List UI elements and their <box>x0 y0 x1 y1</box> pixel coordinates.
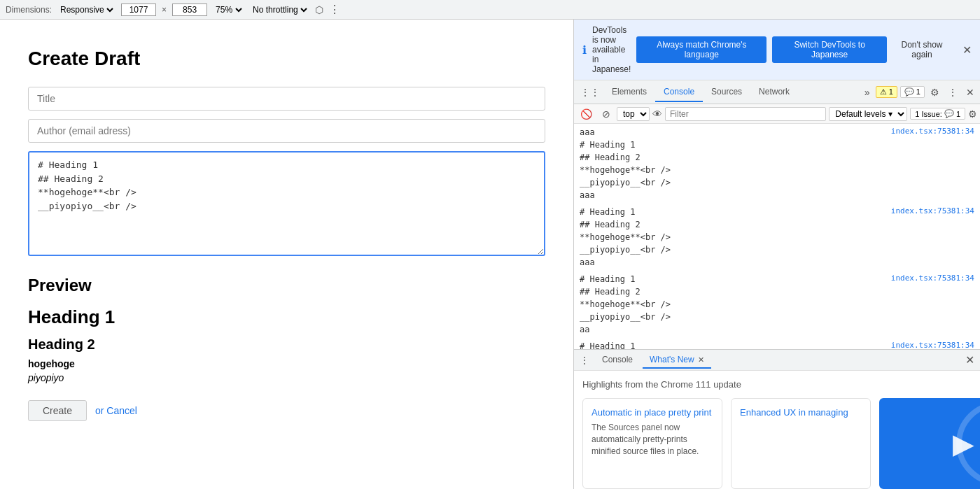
preview-italic-text: piyopiyo <box>28 372 545 383</box>
devtools-tabs: ⋮⋮ Elements Console Sources Network » ⚠ … <box>574 80 980 104</box>
devtools-notification: ℹ DevTools is now available in Japanese!… <box>574 20 980 80</box>
log-link-1[interactable]: index.tsx:75381:34 <box>891 126 974 138</box>
console-clear-button[interactable]: 🚫 <box>577 107 596 121</box>
cancel-button[interactable]: or Cancel <box>95 405 137 416</box>
whats-new-tabs: ⋮ Console What's New ✕ ✕ <box>574 350 980 371</box>
title-form-group <box>28 87 545 111</box>
log-entry-2: # Heading 1 ## Heading 2 **hogehoge**<br… <box>574 204 980 271</box>
webpage-panel: Create Draft # Heading 1 ## Heading 2 **… <box>0 20 574 489</box>
video-play-icon[interactable]: ▶ <box>953 427 974 460</box>
match-language-button[interactable]: Always match Chrome's language <box>636 36 766 63</box>
messages-badge[interactable]: 💬 1 <box>900 86 925 98</box>
wn-tab-console[interactable]: Console <box>595 352 640 369</box>
page-title: Create Draft <box>28 48 545 70</box>
card-2-title[interactable]: Enhanced UX in managing <box>740 407 862 418</box>
log-entry-4: # Heading 1 ## Heading 2 **hogehoge**<br… <box>574 338 980 349</box>
preview-h1: Heading 1 <box>28 306 545 328</box>
highlight-card-2: Enhanced UX in managing <box>731 398 871 489</box>
more-options-tab-button[interactable]: ⋮ <box>945 85 960 99</box>
card-1-title[interactable]: Automatic in place pretty print <box>592 407 713 418</box>
filter-input[interactable] <box>665 107 826 121</box>
devtools-tab-icons: » ⚠ 1 💬 1 ⚙ ⋮ ✕ <box>862 85 977 99</box>
highlights-title: Highlights from the Chrome 111 update <box>582 379 972 390</box>
log-entry-3: # Heading 1 ## Heading 2 **hogehoge**<br… <box>574 271 980 338</box>
tab-console[interactable]: Console <box>655 83 703 102</box>
issues-badge[interactable]: 1 Issue: 💬 1 <box>910 108 965 120</box>
bookmark-icon[interactable]: ⬡ <box>315 4 323 15</box>
webpage-content: Create Draft # Heading 1 ## Heading 2 **… <box>0 20 573 449</box>
highlight-card-1: Automatic in place pretty print The Sour… <box>582 398 722 489</box>
main-layout: Create Draft # Heading 1 ## Heading 2 **… <box>0 20 980 489</box>
devtools-toolbar: Dimensions: Responsive × 75% No throttli… <box>0 0 980 20</box>
switch-japanese-button[interactable]: Switch DevTools to Japanese <box>772 36 887 63</box>
notification-close-button[interactable]: ✕ <box>962 43 972 57</box>
zoom-select[interactable]: 75% <box>213 4 244 15</box>
dont-show-button[interactable]: Don't show again <box>892 40 951 59</box>
height-input[interactable] <box>172 3 207 16</box>
create-button[interactable]: Create <box>28 400 87 421</box>
whats-new-tab-close[interactable]: ✕ <box>698 355 704 364</box>
whats-new-panel-close[interactable]: ✕ <box>965 353 974 367</box>
console-filter-button[interactable]: ⊘ <box>598 107 614 121</box>
issues-chat-icon: 💬 <box>944 109 954 118</box>
tab-sources[interactable]: Sources <box>703 83 750 102</box>
issues-text: 1 Issue: <box>915 110 942 118</box>
throttle-select[interactable]: No throttling <box>250 4 309 15</box>
highlight-video[interactable]: ▶ new <box>879 398 980 489</box>
whats-new-content: Highlights from the Chrome 111 update Au… <box>574 371 980 489</box>
more-tabs-button[interactable]: » <box>862 85 873 99</box>
content-textarea[interactable]: # Heading 1 ## Heading 2 **hogehoge**<br… <box>28 151 545 256</box>
info-icon: ℹ <box>582 43 587 57</box>
eye-button[interactable]: 👁 <box>652 108 662 120</box>
preview-section: Preview Heading 1 Heading 2 hogehoge piy… <box>28 276 545 383</box>
warnings-badge[interactable]: ⚠ 1 <box>876 86 897 98</box>
log-link-2[interactable]: index.tsx:75381:34 <box>891 206 974 218</box>
whats-new-panel: ⋮ Console What's New ✕ ✕ Highlights from… <box>574 349 980 489</box>
tab-network[interactable]: Network <box>750 83 798 102</box>
preview-h2: Heading 2 <box>28 336 545 353</box>
issues-count: 1 <box>956 110 960 118</box>
notification-text: DevTools is now available in Japanese! <box>592 25 631 74</box>
tab-elements[interactable]: Elements <box>603 83 655 102</box>
author-input[interactable] <box>28 119 545 143</box>
log-link-4[interactable]: index.tsx:75381:34 <box>891 340 974 349</box>
log-entry-1: aaa # Heading 1 ## Heading 2 **hogehoge*… <box>574 124 980 204</box>
more-options-icon[interactable]: ⋮ <box>329 3 340 16</box>
top-context-select[interactable]: top <box>617 107 650 121</box>
dimensions-label: Dimensions: <box>6 5 52 15</box>
console-output: aaa # Heading 1 ## Heading 2 **hogehoge*… <box>574 124 980 349</box>
author-form-group <box>28 119 545 143</box>
preview-title: Preview <box>28 276 545 295</box>
console-toolbar: 🚫 ⊘ top 👁 Default levels ▾ 1 Issue: 💬 1 … <box>574 104 980 124</box>
preview-bold-text: hogehoge <box>28 358 545 369</box>
dimensions-select[interactable]: Responsive <box>57 4 115 15</box>
devtools-sidebar-toggle[interactable]: ⋮⋮ <box>577 85 603 99</box>
title-input[interactable] <box>28 87 545 111</box>
form-actions: Create or Cancel <box>28 400 545 421</box>
whats-new-options-button[interactable]: ⋮ <box>580 355 589 366</box>
console-settings-button[interactable]: ⚙ <box>968 108 977 120</box>
log-levels-select[interactable]: Default levels ▾ <box>829 107 907 121</box>
content-form-group: # Heading 1 ## Heading 2 **hogehoge**<br… <box>28 151 545 259</box>
width-input[interactable] <box>121 3 156 16</box>
log-link-3[interactable]: index.tsx:75381:34 <box>891 273 974 285</box>
dimension-separator: × <box>162 5 167 15</box>
card-1-text: The Sources panel now automatically pret… <box>592 422 713 457</box>
settings-tab-button[interactable]: ⚙ <box>927 85 942 99</box>
close-devtools-button[interactable]: ✕ <box>963 85 977 99</box>
devtools-panel: ℹ DevTools is now available in Japanese!… <box>574 20 980 489</box>
wn-tab-whats-new[interactable]: What's New ✕ <box>643 352 711 369</box>
highlights-cards: Automatic in place pretty print The Sour… <box>582 398 972 489</box>
